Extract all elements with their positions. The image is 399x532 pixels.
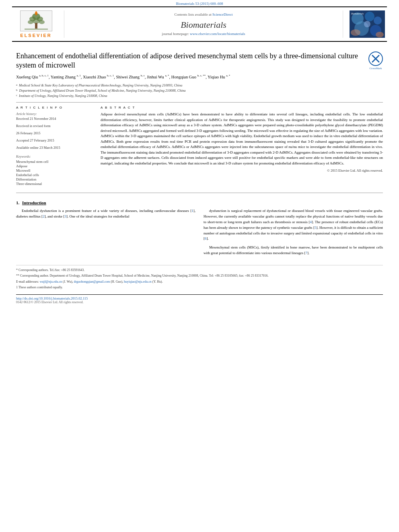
divider-2 (16, 193, 383, 193)
email-guo[interactable]: drguohongqian@gmail.com (74, 280, 110, 283)
keyword-2: Adipose (16, 164, 93, 168)
article-history: Article history: Received 21 November 20… (16, 112, 93, 150)
ref-1[interactable]: 1 (191, 209, 193, 213)
article-title: Enhancement of endothelial differentiati… (16, 51, 360, 70)
ref-4[interactable]: 4 (310, 220, 312, 224)
svg-rect-8 (25, 29, 48, 30)
online-date: Available online 23 March 2015 (16, 146, 93, 150)
crossmark-section: CrossMark (368, 51, 383, 70)
elsevier-logo-svg (21, 11, 52, 31)
journal-title: Biomaterials (181, 20, 226, 30)
article-info-abstract: A R T I C L E I N F O Article history: R… (16, 106, 383, 186)
affil-b: b Department of Urology, Affiliated Drum… (16, 88, 383, 93)
cover-svg: Biomaterials (350, 10, 385, 38)
revised-date: 26 February 2015 (16, 131, 93, 136)
revised-label: Received in revised form (16, 124, 93, 129)
crossmark-icon (371, 54, 380, 64)
elsevier-logo-section: ELSEVIER (12, 10, 64, 38)
abstract-text: Adipose derived mesenchymal stem cells (… (101, 112, 383, 166)
introduction-section: 1. Introduction Endothelial dysfunction … (16, 200, 383, 260)
ref-7[interactable]: 7 (306, 251, 308, 255)
crossmark-badge (368, 51, 383, 66)
intro-right-col: dysfunction is surgical replacement of d… (204, 208, 383, 260)
email-wu[interactable]: wujf@nju.edu.cn (40, 280, 62, 283)
keyword-6: Three-dimensional (16, 182, 93, 186)
footnote-2: ** Corresponding author. Department of U… (16, 273, 383, 278)
bottom-bar: http://dx.doi.org/10.1016/j.biomaterials… (16, 294, 383, 304)
affil-c: c Institute of Urology, Nanjing Universi… (16, 93, 383, 99)
keyword-5: Differentiation (16, 177, 93, 181)
divider-1 (16, 102, 383, 103)
copyright-line: © 2015 Elsevier Ltd. All rights reserved… (101, 168, 383, 173)
footnote-1: * Corresponding authors. Tel./fax: +86 2… (16, 268, 383, 272)
footnote-4: 1 These authors contributed equally. (16, 285, 383, 290)
journal-header: ELSEVIER Contents lists available at Sci… (12, 6, 387, 42)
keyword-1: Mesenchymal stem cell (16, 160, 93, 164)
keyword-4: Endothelial cells (16, 173, 93, 177)
main-content: Enhancement of endothelial differentiati… (0, 42, 399, 308)
page: Biomaterials 53 (2015) 600–608 (0, 0, 399, 532)
ref-3[interactable]: 3 (64, 214, 66, 218)
authors-line: Xuefeng Qiu a, b, c, 1, Yanting Zhang a,… (16, 74, 383, 80)
journal-homepage: journal homepage: www.elsevier.com/locat… (162, 32, 245, 36)
intro-heading: 1. Introduction (16, 200, 383, 205)
svg-point-17 (351, 29, 360, 36)
keywords-section: Keywords: Mesenchymal stem cell Adipose … (16, 154, 93, 186)
issn-line: 0142-9612/© 2015 Elsevier Ltd. All right… (16, 300, 383, 304)
affiliations: a Medical School & State Key Laboratory … (16, 83, 383, 98)
svg-point-6 (39, 20, 45, 24)
affil-a: a Medical School & State Key Laboratory … (16, 83, 383, 88)
cover-image: Biomaterials (350, 10, 385, 38)
footnote-3: E-mail addresses: wujf@nju.edu.cn (J. Wu… (16, 279, 383, 284)
contents-available: Contents lists available at ScienceDirec… (175, 12, 233, 16)
journal-citation: Biomaterials 53 (2015) 600–608 (0, 0, 399, 6)
intro-left-col: Endothelial dysfunction is a prominent f… (16, 208, 195, 260)
svg-point-12 (365, 12, 374, 21)
doi-link[interactable]: http://dx.doi.org/10.1016/j.biomaterials… (16, 296, 88, 300)
article-title-section: Enhancement of endothelial differentiati… (16, 51, 383, 70)
intro-para-1: Endothelial dysfunction is a prominent f… (16, 208, 195, 220)
article-info-header: A R T I C L E I N F O (16, 106, 93, 109)
homepage-link[interactable]: www.elsevier.com/locate/biomaterials (190, 32, 245, 36)
history-label: Article history: (16, 112, 93, 116)
doi-line: http://dx.doi.org/10.1016/j.biomaterials… (16, 296, 383, 300)
citation-text: Biomaterials 53 (2015) 600–608 (176, 2, 223, 6)
sciencedirect-link[interactable]: ScienceDirect (212, 12, 232, 16)
svg-point-13 (374, 16, 382, 25)
svg-point-4 (28, 20, 33, 24)
svg-text:Biomaterials: Biomaterials (351, 12, 364, 15)
article-info-column: A R T I C L E I N F O Article history: R… (16, 106, 93, 186)
svg-rect-7 (35, 23, 37, 29)
keywords-label: Keywords: (16, 154, 93, 158)
journal-cover: Biomaterials (343, 10, 387, 38)
svg-point-18 (376, 32, 384, 37)
footnotes: * Corresponding authors. Tel./fax: +86 2… (16, 265, 383, 290)
abstract-header: A B S T R A C T (101, 106, 383, 109)
received-date: Received 21 November 2014 (16, 117, 93, 121)
keyword-3: Microwell (16, 168, 93, 173)
crossmark-label: CrossMark (369, 67, 382, 70)
svg-point-16 (364, 21, 370, 27)
elsevier-logo-image (20, 10, 52, 31)
elsevier-name: ELSEVIER (20, 33, 51, 38)
svg-point-9 (35, 11, 37, 15)
intro-para-2: dysfunction is surgical replacement of d… (204, 208, 383, 242)
journal-center: Contents lists available at ScienceDirec… (64, 10, 343, 38)
email-hu[interactable]: huyiqiao@nju.edu.cn (124, 280, 152, 283)
abstract-column: A B S T R A C T Adipose derived mesenchy… (101, 106, 383, 186)
accepted-date: Accepted 27 February 2015 (16, 138, 93, 143)
ref-6[interactable]: 6 (205, 236, 207, 240)
ref-2[interactable]: 2 (43, 214, 45, 218)
intro-para-3: Mesenchymal stem cells (MSCs), firstly i… (204, 245, 383, 256)
intro-title: Introduction (22, 200, 46, 205)
ref-5[interactable]: 5 (315, 226, 317, 230)
intro-columns: Endothelial dysfunction is a prominent f… (16, 208, 383, 260)
